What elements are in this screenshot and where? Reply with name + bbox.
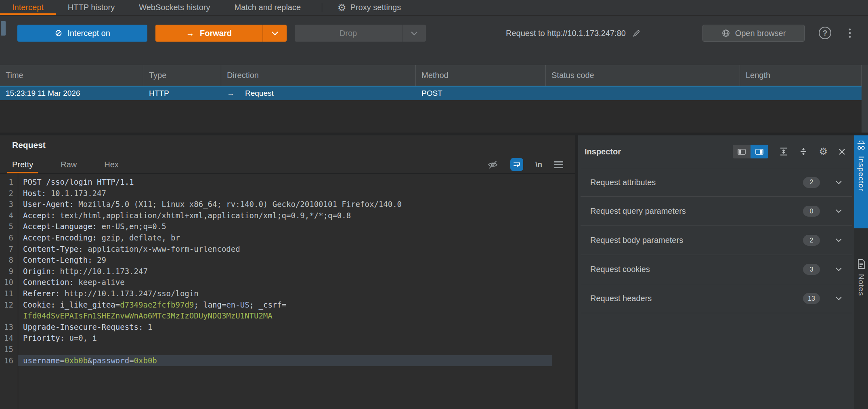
editor-line: 8Content-Length: 29 bbox=[0, 255, 575, 266]
nonprintable-chars-icon[interactable]: \n bbox=[535, 160, 542, 169]
editor-line: 16username=0xb0b&password=0xb0b bbox=[0, 355, 575, 367]
request-panel-title: Request bbox=[12, 140, 46, 150]
cell-length bbox=[740, 86, 862, 100]
section-label: Request body parameters bbox=[590, 236, 683, 245]
editor-line: 2Host: 10.1.173.247 bbox=[0, 188, 575, 199]
line-number: 7 bbox=[0, 244, 18, 255]
column-header-method[interactable]: Method bbox=[416, 65, 546, 86]
column-header-type[interactable]: Type bbox=[143, 65, 221, 86]
table-scrollbar-thumb[interactable] bbox=[1, 21, 6, 36]
inspector-section-request-body-parameters[interactable]: Request body parameters2 bbox=[581, 226, 852, 255]
intercept-table-row[interactable]: 15:23:19 11 Mar 2026HTTP→RequestPOST bbox=[0, 86, 868, 100]
intercept-table-header: TimeTypeDirectionMethodStatus codeLength bbox=[0, 65, 868, 86]
column-header-direction[interactable]: Direction bbox=[221, 65, 416, 86]
column-header-status_code[interactable]: Status code bbox=[546, 65, 740, 86]
proxy-settings-label: Proxy settings bbox=[350, 3, 401, 12]
expand-all-icon[interactable] bbox=[779, 147, 788, 156]
editor-line: 1POST /sso/login HTTP/1.1 bbox=[0, 177, 575, 188]
eye-slash-icon[interactable] bbox=[487, 159, 498, 170]
globe-icon bbox=[721, 29, 730, 38]
forward-button[interactable]: → Forward bbox=[155, 25, 287, 42]
line-number: 4 bbox=[0, 210, 18, 221]
inspector-panel: Inspector ⚙ Request attributes2Reques bbox=[578, 135, 854, 409]
editor-menu-icon[interactable] bbox=[554, 161, 563, 168]
layout-left-panel-icon[interactable] bbox=[733, 145, 751, 158]
horizontal-splitter[interactable] bbox=[0, 133, 868, 135]
inspector-layout-toggle bbox=[733, 145, 768, 158]
open-browser-label: Open browser bbox=[735, 29, 786, 38]
chevron-down-icon[interactable] bbox=[835, 296, 842, 301]
inspector-settings-gear-icon[interactable]: ⚙ bbox=[819, 147, 828, 156]
drop-label: Drop bbox=[340, 29, 357, 38]
cell-type: HTTP bbox=[143, 86, 221, 100]
tab-http-history[interactable]: HTTP history bbox=[56, 0, 127, 15]
proxy-subtab-bar: InterceptHTTP historyWebSockets historyM… bbox=[0, 0, 868, 15]
word-wrap-icon[interactable] bbox=[510, 158, 523, 171]
section-label: Request headers bbox=[590, 294, 652, 303]
chevron-down-icon[interactable] bbox=[835, 267, 842, 272]
edit-target-pencil-icon[interactable] bbox=[632, 29, 641, 38]
line-number bbox=[0, 310, 18, 322]
editor-line: 11Referer: http://10.1.173.247/sso/login bbox=[0, 288, 575, 299]
drop-button[interactable]: Drop bbox=[295, 25, 426, 42]
detective-icon bbox=[856, 141, 866, 151]
line-number: 1 bbox=[0, 177, 18, 188]
side-tab-inspector[interactable]: Inspector bbox=[854, 135, 868, 228]
intercept-toolbar: Intercept on → Forward Drop Request to h… bbox=[0, 16, 868, 65]
line-number: 2 bbox=[0, 188, 18, 199]
inspector-section-request-cookies[interactable]: Request cookies3 bbox=[581, 255, 852, 284]
section-label: Request attributes bbox=[590, 178, 656, 187]
open-browser-button[interactable]: Open browser bbox=[702, 25, 805, 42]
editor-line: Ifd04dSvEPAIsFn1SHEZnvwWnAo6MTc3MzIzODUy… bbox=[0, 310, 575, 322]
side-tab-notes[interactable]: Notes bbox=[854, 253, 868, 296]
column-header-length[interactable]: Length bbox=[740, 65, 862, 86]
editor-line: 6Accept-Encoding: gzip, deflate, br bbox=[0, 232, 575, 244]
vertical-splitter[interactable] bbox=[575, 135, 578, 409]
gutter-divider bbox=[18, 173, 18, 409]
editor-toolbar-icons: \n bbox=[487, 158, 575, 171]
editor-tab-pretty[interactable]: Pretty bbox=[12, 156, 33, 173]
chevron-down-icon[interactable] bbox=[835, 238, 842, 242]
side-tab-inspector-label: Inspector bbox=[857, 156, 866, 191]
chevron-down-icon[interactable] bbox=[835, 180, 842, 185]
column-header-time[interactable]: Time bbox=[0, 65, 143, 86]
section-label: Request cookies bbox=[590, 265, 650, 274]
intercept-toggle-button[interactable]: Intercept on bbox=[17, 25, 147, 42]
editor-line: 15 bbox=[0, 344, 575, 355]
drop-dropdown-button[interactable] bbox=[402, 25, 426, 42]
proxy-subtabs: InterceptHTTP historyWebSockets historyM… bbox=[0, 0, 313, 15]
gear-icon: ⚙ bbox=[338, 3, 346, 13]
line-number: 16 bbox=[0, 355, 18, 367]
chevron-down-icon[interactable] bbox=[835, 209, 842, 213]
layout-right-panel-icon[interactable] bbox=[751, 145, 768, 158]
editor-line: 9Origin: http://10.1.173.247 bbox=[0, 266, 575, 277]
editor-line: 14Priority: u=0, i bbox=[0, 333, 575, 344]
line-number: 3 bbox=[0, 199, 18, 210]
editor-divider bbox=[0, 173, 575, 174]
tab-match-and-replace[interactable]: Match and replace bbox=[222, 0, 313, 15]
editor-tab-raw[interactable]: Raw bbox=[61, 156, 77, 173]
http-request-editor[interactable]: 1POST /sso/login HTTP/1.12Host: 10.1.173… bbox=[0, 177, 575, 409]
editor-tabs: PrettyRawHex bbox=[12, 156, 146, 173]
count-badge: 0 bbox=[803, 206, 820, 217]
collapse-all-icon[interactable] bbox=[799, 147, 808, 156]
forward-dropdown-button[interactable] bbox=[262, 25, 287, 42]
cell-status_code bbox=[546, 86, 740, 100]
line-number: 14 bbox=[0, 333, 18, 344]
close-icon[interactable] bbox=[839, 148, 845, 155]
help-button[interactable]: ? bbox=[819, 27, 831, 39]
inspector-header: Inspector ⚙ bbox=[578, 135, 854, 168]
inspector-section-request-query-parameters[interactable]: Request query parameters0 bbox=[581, 197, 852, 226]
editor-line: 12Cookie: i_like_gitea=d7349ae2fcfb97d9;… bbox=[0, 299, 575, 311]
line-number: 13 bbox=[0, 322, 18, 333]
intercept-icon bbox=[55, 29, 63, 37]
tab-proxy-settings[interactable]: ⚙ Proxy settings bbox=[333, 0, 405, 15]
more-options-kebab-icon[interactable] bbox=[847, 26, 853, 40]
inspector-section-request-attributes[interactable]: Request attributes2 bbox=[581, 168, 852, 197]
inspector-section-request-headers[interactable]: Request headers13 bbox=[581, 284, 852, 313]
table-scrollbar[interactable] bbox=[862, 65, 868, 133]
tab-websockets-history[interactable]: WebSockets history bbox=[127, 0, 222, 15]
inspector-sections: Request attributes2Request query paramet… bbox=[578, 168, 854, 313]
editor-tab-hex[interactable]: Hex bbox=[104, 156, 119, 173]
tab-intercept[interactable]: Intercept bbox=[0, 0, 56, 15]
